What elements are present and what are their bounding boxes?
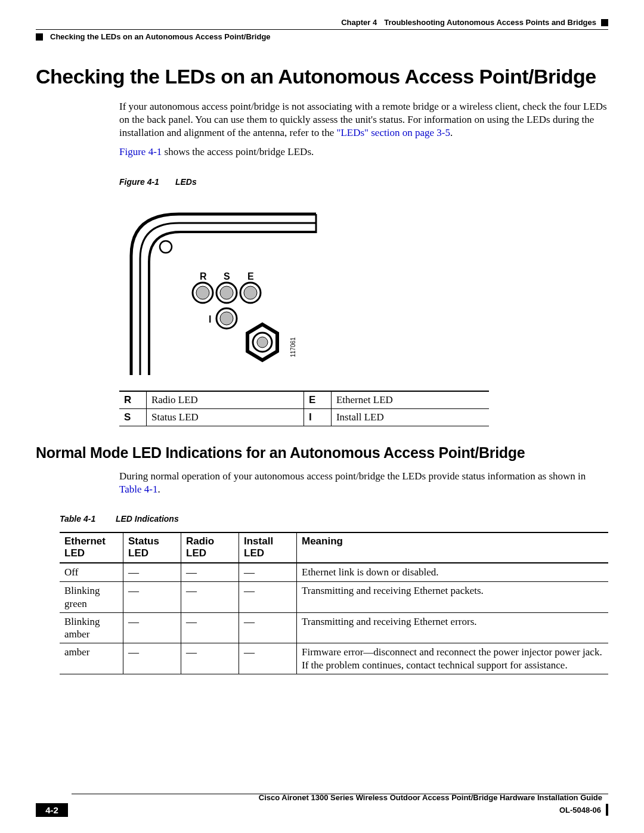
cell-rad: — (181, 643, 239, 674)
table-row: S Status LED I Install LED (119, 408, 489, 426)
cell-rad: — (181, 612, 239, 643)
cell-ins: — (239, 643, 297, 674)
intro-paragraph: If your autonomous access point/bridge i… (119, 100, 608, 140)
figure-label: Figure 4-1 (119, 176, 173, 187)
table-row: R Radio LED E Ethernet LED (119, 391, 489, 409)
footer-doc-id: OL-5048-06 (559, 806, 601, 815)
table-caption: Table 4-1 LED Indications (60, 514, 608, 524)
table-label: Table 4-1 (60, 514, 113, 524)
figure-code: 117061 (290, 337, 296, 357)
table-row: Blinking amber — — — Transmitting and re… (60, 612, 608, 643)
cell-mean: Firmware error—disconnect and reconnect … (297, 643, 609, 674)
col-status-led: StatusLED (123, 532, 181, 563)
svg-point-10 (220, 312, 233, 325)
col-install-led: InstallLED (239, 532, 297, 563)
normal-mode-paragraph: During normal operation of your autonomo… (119, 470, 608, 496)
cell-rad: — (181, 582, 239, 613)
section-breadcrumb-row: Checking the LEDs on an Autonomous Acces… (36, 29, 608, 41)
legend-val-r: Radio LED (146, 391, 304, 409)
legend-key-r: R (119, 391, 146, 409)
leds-section-link[interactable]: "LEDs" section on page 3-5 (336, 127, 450, 138)
page-title: Checking the LEDs on an Autonomous Acces… (36, 65, 608, 88)
cell-eth: Off (60, 563, 123, 582)
cell-eth: Blinking green (60, 582, 123, 613)
section-breadcrumb: Checking the LEDs on an Autonomous Acces… (50, 32, 271, 41)
page-header: Chapter 4 Troubleshooting Autonomous Acc… (36, 18, 608, 27)
breadcrumb-marker-icon (36, 33, 43, 41)
legend-key-i: I (304, 408, 332, 426)
svg-point-6 (220, 286, 233, 299)
normal-text-b: . (157, 484, 160, 495)
svg-point-2 (160, 241, 172, 253)
cell-mean: Transmitting and receiving Ethernet pack… (297, 582, 609, 613)
table-row: amber — — — Firmware error—disconnect an… (60, 643, 608, 674)
section-heading: Normal Mode LED Indications for an Auton… (36, 444, 608, 462)
footer-guide-title: Cisco Aironet 1300 Series Wireless Outdo… (36, 793, 608, 802)
label-e: E (247, 271, 254, 281)
table-4-1-link[interactable]: Table 4-1 (119, 484, 157, 495)
cell-rad: — (181, 563, 239, 582)
footer-bar-icon (606, 804, 608, 816)
cell-ins: — (239, 612, 297, 643)
svg-point-4 (196, 286, 209, 299)
svg-point-13 (257, 337, 268, 348)
figure-caption: Figure 4-1 LEDs (119, 176, 608, 187)
figure-ref-paragraph: Figure 4-1 shows the access point/bridge… (119, 145, 608, 159)
col-meaning: Meaning (297, 532, 609, 563)
table-header-row: EthernetLED StatusLED RadioLED InstallLE… (60, 532, 608, 563)
label-s: S (224, 271, 230, 281)
svg-point-8 (244, 286, 257, 299)
cell-ins: — (239, 563, 297, 582)
legend-val-s: Status LED (146, 408, 304, 426)
cell-stat: — (123, 643, 181, 674)
cell-stat: — (123, 612, 181, 643)
label-r: R (200, 271, 207, 281)
header-marker-icon (601, 19, 608, 26)
intro-text-1b: . (450, 127, 453, 138)
figure-title: LEDs (175, 177, 197, 187)
legend-key-e: E (304, 391, 332, 409)
label-i: I (209, 314, 211, 324)
normal-text-a: During normal operation of your autonomo… (119, 470, 586, 482)
led-legend-table: R Radio LED E Ethernet LED S Status LED … (119, 391, 489, 426)
chapter-title: Troubleshooting Autonomous Access Points… (384, 18, 596, 27)
cell-ins: — (239, 582, 297, 613)
table-row: Blinking green — — — Transmitting and re… (60, 582, 608, 613)
cell-mean: Ethernet link is down or disabled. (297, 563, 609, 582)
cell-stat: — (123, 563, 181, 582)
figure-4-1-link[interactable]: Figure 4-1 (119, 146, 162, 157)
figure-ref-text: shows the access point/bridge LEDs. (162, 146, 314, 157)
page-number: 4-2 (36, 803, 68, 817)
led-indications-table: EthernetLED StatusLED RadioLED InstallLE… (60, 532, 608, 674)
cell-eth: Blinking amber (60, 612, 123, 643)
col-ethernet-led: EthernetLED (60, 532, 123, 563)
table-title: LED Indications (116, 514, 179, 524)
cell-mean: Transmitting and receiving Ethernet erro… (297, 612, 609, 643)
table-row: Off — — — Ethernet link is down or disab… (60, 563, 608, 582)
cell-stat: — (123, 582, 181, 613)
cell-eth: amber (60, 643, 123, 674)
col-radio-led: RadioLED (181, 532, 239, 563)
leds-diagram: R S E I (119, 196, 608, 379)
legend-val-i: Install LED (331, 408, 489, 426)
chapter-label: Chapter 4 (341, 18, 377, 27)
legend-val-e: Ethernet LED (331, 391, 489, 409)
page-footer: Cisco Aironet 1300 Series Wireless Outdo… (36, 794, 608, 817)
legend-key-s: S (119, 408, 146, 426)
